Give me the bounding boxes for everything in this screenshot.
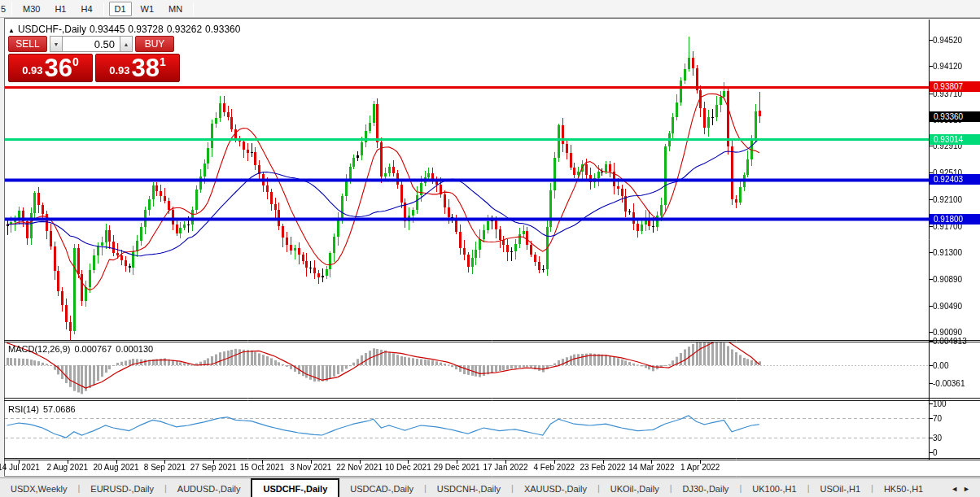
- current-price-label: 0.93360: [930, 111, 980, 122]
- chart-title: ▲USDCHF-,Daily0.934450.937280.932620.933…: [8, 24, 243, 35]
- toolbar-separator: [193, 2, 194, 15]
- collapse-trade-panel-icon[interactable]: ▲: [8, 27, 15, 34]
- price-axis-tick: 0.91300: [933, 248, 962, 257]
- rsi-value: 57.0686: [43, 404, 76, 414]
- volume-decrease-button[interactable]: ▼: [50, 36, 63, 52]
- clipped-timeframe-button[interactable]: 5: [1, 4, 8, 14]
- date-axis-label: 1 Apr 2022: [670, 463, 730, 472]
- level-price-label: 0.93807: [930, 81, 980, 92]
- chart-symbol-label: USDCHF-,Daily: [18, 24, 86, 35]
- toolbar-separator: [11, 2, 12, 15]
- price-axis-tick: 0.94520: [933, 36, 962, 45]
- price-axis-tick: 0.90090: [933, 328, 962, 337]
- toolbar-separator: [103, 2, 104, 15]
- ohlc-close: 0.93360: [205, 24, 240, 35]
- ohlc-high: 0.93728: [128, 24, 163, 35]
- timeframe-button-d1[interactable]: D1: [109, 2, 132, 16]
- sell-price-main: 36: [45, 56, 72, 80]
- buy-price-pipette: 1: [160, 55, 166, 68]
- price-axis-tick: 0.90890: [933, 275, 962, 284]
- macd-label: MACD(12,26,9): [8, 344, 70, 354]
- level-price-label: 0.93014: [930, 134, 980, 145]
- rsi-axis-tick: 0: [933, 448, 938, 457]
- price-axis-tick: 0.90490: [933, 302, 962, 311]
- sell-price-prefix: 0.93: [22, 64, 42, 76]
- level-price-label: 0.91800: [930, 214, 980, 225]
- rsi-header: RSI(14)57.0686: [8, 404, 80, 414]
- sell-price-pipette: 0: [72, 55, 79, 68]
- macd-axis-tick: 0.00: [933, 361, 948, 370]
- macd-axis-tick: -0.00361: [933, 379, 965, 388]
- buy-price-box[interactable]: 0.93 38 1: [95, 54, 180, 82]
- timeframe-button-h1[interactable]: H1: [49, 2, 72, 16]
- rsi-axis-tick: 70: [933, 414, 942, 423]
- buy-price-prefix: 0.93: [109, 64, 129, 76]
- timeframe-button-h4[interactable]: H4: [75, 2, 98, 16]
- macd-axis-tick: 0.004913: [933, 337, 967, 346]
- macd-signal-value: 0.000130: [116, 344, 153, 354]
- macd-header: MACD(12,26,9)0.0007670.000130: [8, 344, 157, 354]
- timeframe-button-m30[interactable]: M30: [17, 2, 46, 16]
- rsi-label: RSI(14): [8, 404, 39, 414]
- volume-input[interactable]: [63, 36, 120, 52]
- price-axis-tick: 0.94120: [933, 62, 962, 71]
- timeframe-button-mn[interactable]: MN: [163, 2, 188, 16]
- sell-price-box[interactable]: 0.93 36 0: [8, 54, 93, 82]
- timeframe-toolbar: 5 M30H1H4D1W1MN: [0, 0, 980, 18]
- timeframe-button-w1[interactable]: W1: [135, 2, 160, 16]
- rsi-axis-tick: 30: [933, 434, 942, 443]
- macd-main-value: 0.000767: [74, 344, 112, 354]
- buy-button[interactable]: BUY: [135, 36, 174, 52]
- rsi-axis-tick: 100: [933, 399, 947, 408]
- buy-price-main: 38: [132, 56, 160, 80]
- ohlc-open: 0.93445: [90, 24, 125, 35]
- volume-increase-button[interactable]: ▲: [120, 36, 133, 52]
- price-axis-tick: 0.92100: [933, 195, 962, 204]
- ohlc-low: 0.93262: [167, 24, 202, 35]
- sell-button[interactable]: SELL: [8, 36, 47, 52]
- trading-terminal: 5 M30H1H4D1W1MN ▲USDCHF-,Daily0.934450.9…: [0, 0, 980, 497]
- level-price-label: 0.92403: [930, 174, 980, 185]
- one-click-trade-panel: SELL ▼ ▲ BUY 0.93 36 0 0.93 38 1: [8, 36, 181, 82]
